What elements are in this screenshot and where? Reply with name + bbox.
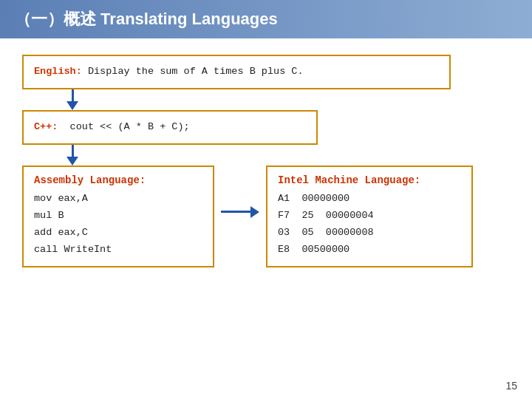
page-number: 15 — [505, 380, 517, 392]
cpp-label: C++: — [34, 121, 58, 132]
arrow-right — [221, 206, 259, 218]
cpp-code: cout << (A * B + C); — [58, 121, 189, 132]
assembly-code: mov eax,A mul B add eax,C call WriteInt — [34, 191, 202, 259]
arrow-tip-2 — [66, 157, 78, 166]
assembly-label: Assembly Language: — [34, 174, 202, 186]
main-content: English: Display the sum of A times B pl… — [0, 38, 532, 275]
cpp-box: C++: cout << (A * B + C); — [22, 110, 318, 145]
arrow-down-2 — [22, 145, 510, 166]
assembly-box: Assembly Language: mov eax,A mul B add e… — [22, 166, 214, 267]
arrow-line-1 — [72, 89, 74, 101]
arrow-right-line — [221, 211, 250, 213]
cpp-text: C++: cout << (A * B + C); — [34, 121, 190, 132]
arrow-line-2 — [72, 145, 74, 157]
arrow-right-tip — [250, 206, 259, 218]
english-label-text: English: — [34, 66, 82, 77]
page-title: （一）概述 Translating Languages — [15, 8, 278, 30]
arrow-tip-1 — [66, 101, 78, 110]
arrow-down-1 — [22, 89, 510, 110]
arrow-right-container — [214, 166, 266, 218]
english-code: Display the sum of A times B plus C. — [88, 66, 304, 77]
intel-label: Intel Machine Language: — [278, 174, 461, 186]
english-box: English: Display the sum of A times B pl… — [22, 55, 451, 89]
header-bar: （一）概述 Translating Languages — [0, 0, 532, 38]
english-label: English: Display the sum of A times B pl… — [34, 66, 304, 77]
intel-box: Intel Machine Language: A1 00000000 F7 2… — [266, 166, 473, 267]
intel-code: A1 00000000 F7 25 00000004 03 05 0000000… — [278, 191, 461, 259]
bottom-row: Assembly Language: mov eax,A mul B add e… — [22, 166, 510, 267]
